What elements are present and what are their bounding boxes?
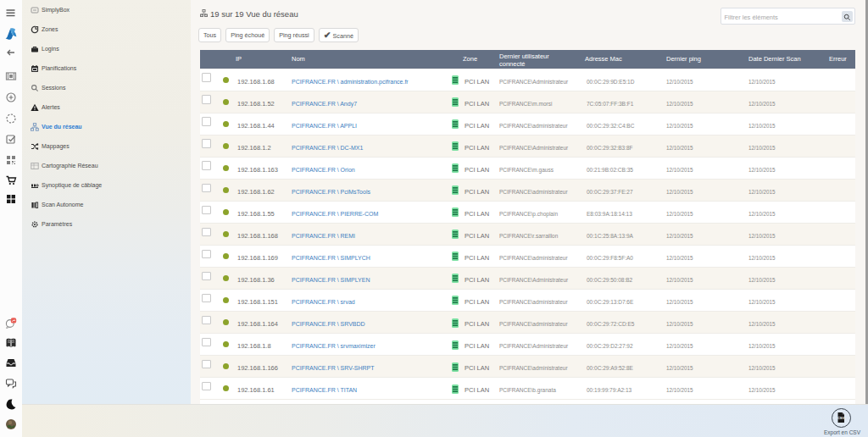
svg-text:CSV: CSV <box>837 416 845 420</box>
